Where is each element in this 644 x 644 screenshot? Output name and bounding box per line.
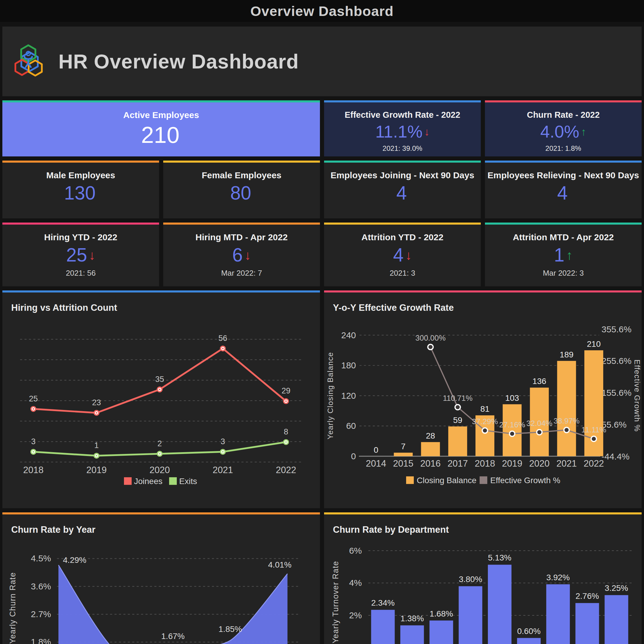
svg-text:2020: 2020	[150, 465, 170, 475]
svg-text:2: 2	[157, 439, 162, 448]
kpi-hiring-ytd-2022[interactable]: Hiring YTD - 2022 25↓ 2021: 56	[2, 223, 159, 286]
kpi-value: 6	[232, 245, 243, 265]
panel-churn-rate-by-department[interactable]: Churn Rate by Department 6%4%2%0%2.34%1.…	[324, 512, 642, 644]
svg-text:Joinees: Joinees	[134, 477, 162, 486]
svg-text:3.80%: 3.80%	[459, 575, 482, 584]
dashboard-title: HR Overview Dashboard	[58, 50, 299, 73]
hr-hexagon-logo-icon	[12, 44, 45, 79]
svg-text:81: 81	[480, 405, 489, 414]
kpi-comparison: 2021: 1.8%	[545, 144, 581, 153]
svg-text:355.6%: 355.6%	[601, 324, 632, 334]
svg-text:1.8%: 1.8%	[31, 637, 51, 644]
kpi-comparison: 2021: 56	[66, 269, 96, 278]
svg-text:2.34%: 2.34%	[371, 598, 395, 607]
svg-text:2020: 2020	[529, 458, 550, 469]
trend-down-arrow-icon: ↓	[405, 249, 412, 262]
svg-text:2022: 2022	[583, 458, 604, 469]
svg-text:300.00%: 300.00%	[415, 334, 446, 342]
svg-text:Closing Balance: Closing Balance	[417, 476, 476, 485]
kpi-title: Attrition MTD - Apr 2022	[513, 232, 614, 242]
kpi-title: Hiring MTD - Apr 2022	[195, 232, 287, 242]
kpi-value: 4	[557, 183, 568, 203]
panel-yoy-effective-growth[interactable]: Y-o-Y Effective Growth Rate 060120180240…	[324, 290, 642, 508]
kpi-title: Male Employees	[46, 170, 115, 180]
kpi-value: 1	[554, 245, 565, 265]
svg-text:4.5%: 4.5%	[31, 554, 51, 563]
kpi-hiring-mtd-apr-2022[interactable]: Hiring MTD - Apr 2022 6↓ Mar 2022: 7	[163, 223, 320, 286]
svg-text:1.38%: 1.38%	[401, 614, 424, 623]
svg-text:2018: 2018	[475, 458, 495, 469]
svg-text:3: 3	[31, 437, 35, 446]
svg-text:4%: 4%	[349, 578, 362, 588]
kpi-title: Employees Joining - Next 90 Days	[331, 170, 474, 180]
kpi-female-employees[interactable]: Female Employees 80	[163, 161, 320, 218]
svg-text:3.25%: 3.25%	[605, 584, 628, 593]
svg-text:2017: 2017	[447, 458, 468, 469]
kpi-title: Attrition YTD - 2022	[362, 232, 444, 242]
svg-text:29: 29	[282, 387, 290, 395]
kpi-employees-relieving-next-90-days[interactable]: Employees Relieving - Next 90 Days 4	[485, 161, 642, 218]
svg-text:7: 7	[401, 442, 406, 451]
svg-text:Effective Growth %: Effective Growth %	[490, 476, 560, 485]
panel-churn-rate-by-year[interactable]: Churn Rate by Year 4.5%3.6%2.7%1.8%4.29%…	[2, 512, 320, 644]
kpi-title: Churn Rate - 2022	[527, 110, 600, 120]
kpi-comparison: Mar 2022: 3	[543, 269, 584, 278]
top-title-bar: Overview Dashboard	[0, 0, 644, 22]
svg-text:4.01%: 4.01%	[268, 560, 291, 569]
svg-text:2019: 2019	[86, 465, 107, 475]
svg-text:2015: 2015	[393, 458, 413, 469]
kpi-title: Hiring YTD - 2022	[44, 232, 117, 242]
kpi-value: 210	[141, 123, 179, 147]
svg-text:37.29%: 37.29%	[472, 417, 498, 426]
chart-title: Churn Rate by Year	[11, 524, 95, 535]
kpi-active-employees[interactable]: Active Employees 210	[2, 100, 320, 156]
svg-text:28: 28	[426, 431, 435, 440]
trend-up-arrow-icon: ↑	[566, 249, 573, 262]
svg-text:Yearly Turnover Rate: Yearly Turnover Rate	[331, 561, 340, 643]
kpi-attrition-ytd-2022[interactable]: Attrition YTD - 2022 4↓ 2021: 3	[324, 223, 481, 286]
kpi-attrition-mtd-apr-2022[interactable]: Attrition MTD - Apr 2022 1↑ Mar 2022: 3	[485, 223, 642, 286]
svg-text:210: 210	[587, 339, 601, 349]
svg-text:1.67%: 1.67%	[161, 632, 184, 641]
svg-text:2014: 2014	[366, 458, 386, 469]
svg-text:1: 1	[94, 441, 99, 450]
svg-text:110.71%: 110.71%	[443, 394, 473, 402]
svg-text:35: 35	[155, 375, 164, 384]
hiring-vs-attrition-line-chart[interactable]: 25233556293123820182019202020212022Joine…	[2, 292, 320, 508]
svg-text:Yearly Churn Rate: Yearly Churn Rate	[8, 572, 17, 644]
svg-text:-44.4%: -44.4%	[601, 452, 630, 461]
svg-text:0: 0	[351, 451, 356, 461]
svg-text:2021: 2021	[556, 458, 577, 469]
svg-text:60: 60	[346, 421, 356, 431]
svg-text:6%: 6%	[349, 546, 362, 555]
svg-text:180: 180	[341, 360, 356, 370]
svg-text:32.04%: 32.04%	[526, 419, 552, 427]
kpi-churn-rate-2022[interactable]: Churn Rate - 2022 4.0%↑ 2021: 1.8%	[485, 100, 642, 156]
svg-text:2018: 2018	[23, 465, 44, 475]
svg-text:2019: 2019	[502, 458, 522, 469]
svg-text:0%: 0%	[349, 643, 362, 644]
kpi-value: 25	[66, 245, 87, 265]
svg-text:5.13%: 5.13%	[488, 553, 511, 563]
kpi-value: 4.0%	[540, 123, 579, 141]
svg-text:11.11%: 11.11%	[581, 426, 606, 434]
svg-text:Effective Growth %: Effective Growth %	[633, 359, 641, 432]
svg-text:255.6%: 255.6%	[601, 356, 632, 366]
yoy-effective-growth-combo-chart[interactable]: 060120180240-44.4%55.6%155.6%255.6%355.6…	[324, 292, 642, 508]
kpi-comparison: Mar 2022: 7	[221, 269, 262, 278]
svg-text:4.29%: 4.29%	[63, 555, 86, 565]
svg-text:3.6%: 3.6%	[31, 581, 51, 591]
svg-text:120: 120	[341, 391, 356, 401]
svg-text:59: 59	[453, 416, 462, 425]
svg-text:8: 8	[284, 427, 288, 436]
kpi-employees-joining-next-90-days[interactable]: Employees Joining - Next 90 Days 4	[324, 161, 481, 218]
kpi-value: 4	[396, 183, 407, 203]
svg-text:2021: 2021	[213, 465, 233, 475]
panel-hiring-vs-attrition[interactable]: Hiring vs Attrition Count 25233556293123…	[2, 290, 320, 508]
kpi-male-employees[interactable]: Male Employees 130	[2, 161, 159, 218]
svg-text:0: 0	[374, 445, 378, 455]
svg-text:136: 136	[532, 377, 546, 386]
svg-text:56: 56	[218, 334, 227, 343]
kpi-effective-growth-rate-2022[interactable]: Effective Growth Rate - 2022 11.1%↓ 2021…	[324, 100, 481, 156]
chart-title: Hiring vs Attrition Count	[11, 303, 117, 313]
